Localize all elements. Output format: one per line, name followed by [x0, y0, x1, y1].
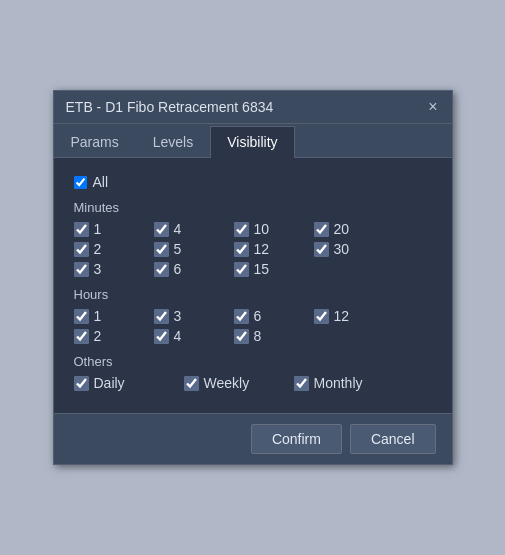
- hour-12-label: 12: [334, 308, 350, 324]
- list-item: 15: [234, 261, 314, 277]
- hour-2-label: 2: [94, 328, 102, 344]
- daily-label: Daily: [94, 375, 125, 391]
- minute-10-label: 10: [254, 221, 270, 237]
- list-item: 30: [314, 241, 394, 257]
- minute-15-checkbox[interactable]: [234, 262, 249, 277]
- list-item: 2: [74, 328, 154, 344]
- minute-5-checkbox[interactable]: [154, 242, 169, 257]
- hour-1-checkbox[interactable]: [74, 309, 89, 324]
- hour-2-checkbox[interactable]: [74, 329, 89, 344]
- others-label: Others: [74, 354, 432, 369]
- minute-3-label: 3: [94, 261, 102, 277]
- hour-8-label: 8: [254, 328, 262, 344]
- minute-6-checkbox[interactable]: [154, 262, 169, 277]
- monthly-checkbox[interactable]: [294, 376, 309, 391]
- dialog: ETB - D1 Fibo Retracement 6834 × Params …: [53, 90, 453, 465]
- tab-visibility[interactable]: Visibility: [210, 126, 294, 158]
- minute-1-label: 1: [94, 221, 102, 237]
- minute-12-checkbox[interactable]: [234, 242, 249, 257]
- minute-2-label: 2: [94, 241, 102, 257]
- hours-label: Hours: [74, 287, 432, 302]
- minute-3-checkbox[interactable]: [74, 262, 89, 277]
- list-item: 12: [234, 241, 314, 257]
- tab-levels[interactable]: Levels: [136, 126, 210, 157]
- footer: Confirm Cancel: [54, 413, 452, 464]
- list-item: 3: [74, 261, 154, 277]
- minute-30-checkbox[interactable]: [314, 242, 329, 257]
- list-item: 4: [154, 221, 234, 237]
- hour-3-label: 3: [174, 308, 182, 324]
- minute-20-label: 20: [334, 221, 350, 237]
- list-item: 3: [154, 308, 234, 324]
- hour-1-label: 1: [94, 308, 102, 324]
- minute-15-label: 15: [254, 261, 270, 277]
- all-row: All: [74, 174, 432, 190]
- minute-20-checkbox[interactable]: [314, 222, 329, 237]
- hour-12-checkbox[interactable]: [314, 309, 329, 324]
- list-item: 10: [234, 221, 314, 237]
- minute-12-label: 12: [254, 241, 270, 257]
- list-item: 12: [314, 308, 394, 324]
- all-checkbox[interactable]: [74, 176, 87, 189]
- minute-4-label: 4: [174, 221, 182, 237]
- list-item: 2: [74, 241, 154, 257]
- hour-6-checkbox[interactable]: [234, 309, 249, 324]
- list-item: 6: [234, 308, 314, 324]
- title-bar: ETB - D1 Fibo Retracement 6834 ×: [54, 91, 452, 124]
- monthly-label: Monthly: [314, 375, 363, 391]
- list-item: 1: [74, 221, 154, 237]
- list-item: Weekly: [184, 375, 294, 391]
- confirm-button[interactable]: Confirm: [251, 424, 342, 454]
- dialog-title: ETB - D1 Fibo Retracement 6834: [66, 99, 274, 115]
- list-item: 4: [154, 328, 234, 344]
- tab-params[interactable]: Params: [54, 126, 136, 157]
- minute-5-label: 5: [174, 241, 182, 257]
- minute-10-checkbox[interactable]: [234, 222, 249, 237]
- list-item: 5: [154, 241, 234, 257]
- minutes-label: Minutes: [74, 200, 432, 215]
- minute-6-label: 6: [174, 261, 182, 277]
- minutes-grid: 1 4 10 20 2 5: [74, 221, 432, 277]
- weekly-checkbox[interactable]: [184, 376, 199, 391]
- list-item: 8: [234, 328, 314, 344]
- all-label: All: [93, 174, 109, 190]
- hour-6-label: 6: [254, 308, 262, 324]
- list-item: Daily: [74, 375, 184, 391]
- list-item: 6: [154, 261, 234, 277]
- hours-grid: 1 3 6 12 2 4 8: [74, 308, 432, 344]
- others-grid: Daily Weekly Monthly: [74, 375, 432, 391]
- close-button[interactable]: ×: [426, 99, 439, 115]
- list-item: 20: [314, 221, 394, 237]
- visibility-content: All Minutes 1 4 10 20 2: [54, 158, 452, 405]
- hour-4-label: 4: [174, 328, 182, 344]
- tabs-container: Params Levels Visibility: [54, 124, 452, 158]
- hour-3-checkbox[interactable]: [154, 309, 169, 324]
- minute-30-label: 30: [334, 241, 350, 257]
- cancel-button[interactable]: Cancel: [350, 424, 436, 454]
- hour-4-checkbox[interactable]: [154, 329, 169, 344]
- minute-1-checkbox[interactable]: [74, 222, 89, 237]
- list-item: Monthly: [294, 375, 404, 391]
- weekly-label: Weekly: [204, 375, 250, 391]
- minute-4-checkbox[interactable]: [154, 222, 169, 237]
- hour-8-checkbox[interactable]: [234, 329, 249, 344]
- minute-2-checkbox[interactable]: [74, 242, 89, 257]
- list-item: 1: [74, 308, 154, 324]
- daily-checkbox[interactable]: [74, 376, 89, 391]
